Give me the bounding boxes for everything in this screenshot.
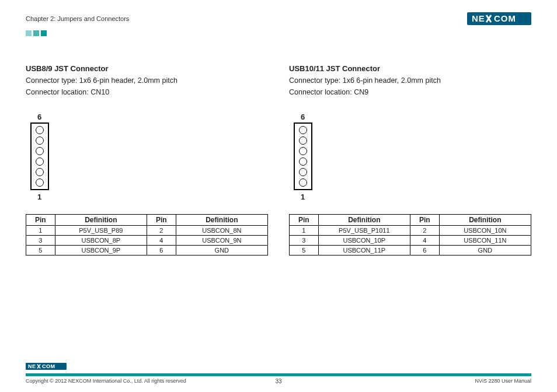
pin-circle-icon	[36, 147, 44, 155]
cell-def: USBCON_11P	[318, 246, 410, 256]
connector-diagram: 6 1	[294, 113, 531, 201]
cell-def: GND	[439, 246, 531, 256]
svg-text:COM: COM	[494, 13, 516, 23]
pin1-indicator-icon	[30, 184, 36, 190]
cell-pin: 3	[290, 236, 319, 246]
th-def: Definition	[55, 215, 147, 226]
pin-circle-icon	[36, 168, 44, 176]
connector-diagram: 6 1	[30, 113, 268, 201]
pin-circle-icon	[36, 126, 44, 134]
pin-label-bottom: 1	[37, 192, 268, 201]
th-pin: Pin	[290, 215, 319, 226]
decorative-squares	[26, 30, 531, 36]
page-footer: NE COM Copyright © 2012 NEXCOM Internati…	[26, 362, 531, 384]
pin1-indicator-icon	[294, 184, 300, 190]
cell-def: USBCON_10N	[439, 226, 531, 236]
nexcom-logo-icon: NE COM	[467, 12, 531, 25]
cell-pin: 5	[26, 246, 55, 256]
cell-def: USBCON_11N	[439, 236, 531, 246]
pin-label-bottom: 1	[301, 192, 531, 201]
th-pin: Pin	[26, 215, 55, 226]
pin-circle-icon	[36, 178, 44, 187]
section-title: USB8/9 JST Connector	[26, 64, 268, 73]
cell-def: GND	[176, 246, 267, 256]
connector-type: Connector type: 1x6 6-pin header, 2.0mm …	[26, 75, 268, 86]
cell-pin: 4	[147, 236, 176, 246]
table-row: 1 P5V_USB_P1011 2 USBCON_10N	[290, 226, 531, 236]
section-title: USB10/11 JST Connector	[289, 64, 531, 73]
page: Chapter 2: Jumpers and Connectors NE COM…	[0, 0, 557, 392]
svg-text:COM: COM	[42, 363, 55, 369]
th-def: Definition	[176, 215, 267, 226]
connector-type: Connector type: 1x6 6-pin header, 2.0mm …	[289, 75, 531, 86]
connector-location: Connector location: CN9	[289, 87, 531, 97]
cell-pin: 6	[410, 246, 439, 256]
brand-logo: NE COM	[467, 12, 531, 25]
svg-text:NE: NE	[28, 363, 36, 369]
table-row: 3 USBCON_8P 4 USBCON_9N	[26, 236, 268, 246]
nexcom-logo-icon: NE COM	[26, 363, 67, 370]
connector-body	[30, 123, 49, 190]
table-row: 5 USBCON_9P 6 GND	[26, 246, 268, 256]
cell-def: USBCON_8N	[176, 226, 267, 236]
pin-circle-icon	[36, 158, 44, 166]
table-row: 3 USBCON_10P 4 USBCON_11N	[290, 236, 531, 246]
left-column: USB8/9 JST Connector Connector type: 1x6…	[26, 64, 268, 256]
pinout-table: Pin Definition Pin Definition 1 P5V_USB_…	[289, 214, 531, 256]
table-header-row: Pin Definition Pin Definition	[290, 215, 531, 226]
svg-text:NE: NE	[472, 13, 485, 23]
footer-divider	[26, 373, 531, 376]
cell-def: USBCON_8P	[55, 236, 147, 246]
th-def: Definition	[439, 215, 531, 226]
pinout-table: Pin Definition Pin Definition 1 P5V_USB_…	[26, 214, 268, 256]
brand-logo-small: NE COM	[26, 362, 531, 372]
square-icon	[41, 30, 47, 36]
cell-pin: 4	[410, 236, 439, 246]
cell-pin: 6	[147, 246, 176, 256]
square-icon	[33, 30, 39, 36]
cell-pin: 1	[26, 226, 55, 236]
table-row: 5 USBCON_11P 6 GND	[290, 246, 531, 256]
cell-pin: 2	[410, 226, 439, 236]
th-def: Definition	[318, 215, 410, 226]
pin-circle-icon	[299, 147, 307, 155]
pin-label-top: 6	[301, 113, 531, 121]
table-header-row: Pin Definition Pin Definition	[26, 215, 268, 226]
pin-circle-icon	[299, 178, 307, 187]
connector-body	[294, 123, 312, 190]
page-header: Chapter 2: Jumpers and Connectors NE COM	[26, 10, 531, 27]
cell-def: USBCON_9P	[55, 246, 147, 256]
cell-def: USBCON_10P	[318, 236, 410, 246]
pin-circle-icon	[299, 136, 307, 145]
chapter-title: Chapter 2: Jumpers and Connectors	[26, 15, 129, 22]
cell-pin: 3	[26, 236, 55, 246]
table-row: 1 P5V_USB_P89 2 USBCON_8N	[26, 226, 268, 236]
cell-pin: 2	[147, 226, 176, 236]
pin-circle-icon	[299, 158, 307, 166]
right-column: USB10/11 JST Connector Connector type: 1…	[289, 64, 531, 256]
th-pin: Pin	[410, 215, 439, 226]
footer-info-row: Copyright © 2012 NEXCOM International Co…	[26, 378, 531, 384]
cell-pin: 5	[290, 246, 319, 256]
cell-def: P5V_USB_P89	[55, 226, 147, 236]
cell-pin: 1	[290, 226, 319, 236]
th-pin: Pin	[147, 215, 176, 226]
pin-circle-icon	[36, 136, 44, 145]
content-columns: USB8/9 JST Connector Connector type: 1x6…	[26, 64, 531, 256]
pin-circle-icon	[299, 126, 307, 134]
pin-circle-icon	[299, 168, 307, 176]
page-number: 33	[26, 378, 531, 384]
connector-location: Connector location: CN10	[26, 87, 268, 97]
cell-def: USBCON_9N	[176, 236, 267, 246]
pin-label-top: 6	[37, 113, 268, 121]
square-icon	[26, 30, 32, 36]
cell-def: P5V_USB_P1011	[318, 226, 410, 236]
